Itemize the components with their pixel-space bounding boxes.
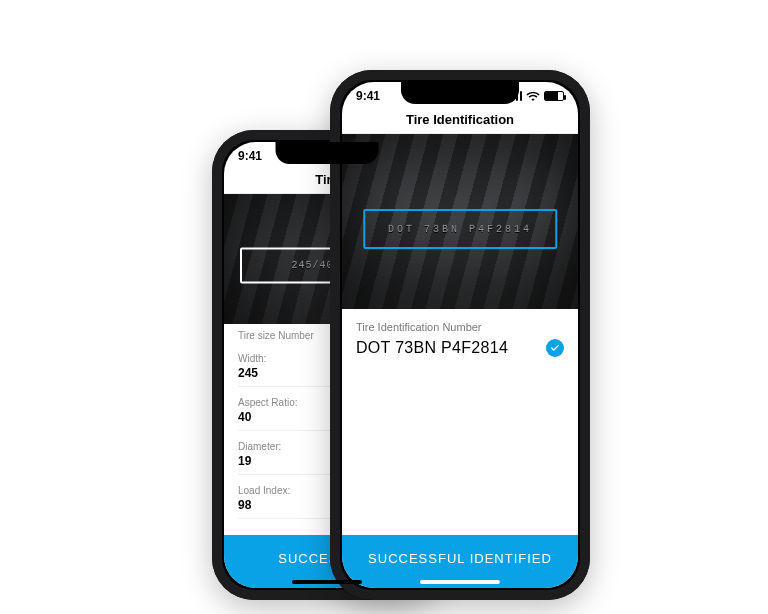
- camera-preview: DOT 73BN P4F2814: [342, 134, 578, 309]
- scan-box: DOT 73BN P4F2814: [363, 209, 557, 249]
- status-time: 9:41: [356, 89, 380, 103]
- wifi-icon: [526, 91, 540, 101]
- status-time: 9:41: [238, 149, 262, 163]
- home-indicator: [292, 580, 362, 584]
- notch: [401, 82, 519, 104]
- section-label: Tire Identification Number: [356, 321, 564, 333]
- notch: [276, 142, 379, 164]
- app-title: Tire Identification: [342, 110, 578, 134]
- screen-front: 9:41 Tire Identification DOT 73BN P4F281…: [342, 82, 578, 588]
- result-panel: Tire Identification Number DOT 73BN P4F2…: [342, 309, 578, 529]
- embossed-text: DOT 73BN P4F2814: [388, 224, 532, 235]
- success-check-icon: [546, 339, 564, 357]
- result-value: DOT 73BN P4F2814: [356, 339, 508, 357]
- home-indicator: [420, 580, 500, 584]
- embossed-text: 245/40: [292, 260, 334, 271]
- battery-icon: [544, 91, 564, 101]
